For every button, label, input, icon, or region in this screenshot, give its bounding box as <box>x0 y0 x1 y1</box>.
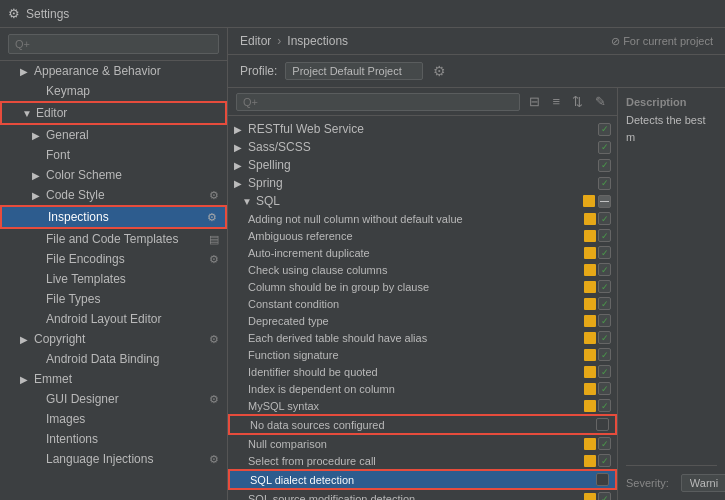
sidebar-item-codestyle[interactable]: ▶ Code Style ⚙ <box>0 185 227 205</box>
item-checkbox[interactable]: ✓ <box>598 437 611 450</box>
sidebar-item-fileandcode[interactable]: File and Code Templates ▤ <box>0 229 227 249</box>
item-checkbox[interactable]: ✓ <box>598 212 611 225</box>
item-checkbox[interactable]: ✓ <box>598 297 611 310</box>
group-checkbox[interactable]: ✓ <box>598 177 611 190</box>
group-arrow-icon: ▶ <box>234 142 248 153</box>
sidebar-item-filetypes[interactable]: File Types <box>0 289 227 309</box>
color-indicator <box>584 400 596 412</box>
insp-row-autoincrement[interactable]: Auto-increment duplicate ✓ <box>228 244 617 261</box>
group-sql[interactable]: ▼ SQL — <box>228 192 617 210</box>
item-checkbox[interactable]: ✓ <box>598 263 611 276</box>
sidebar-item-label: File Types <box>46 292 100 306</box>
item-label: Null comparison <box>248 438 327 450</box>
expand-button[interactable]: ⇅ <box>569 92 586 111</box>
insp-row-eachderived[interactable]: Each derived table should have alias ✓ <box>228 329 617 346</box>
item-checkbox[interactable]: ✓ <box>598 280 611 293</box>
insp-row-mysql[interactable]: MySQL syntax ✓ <box>228 397 617 414</box>
sidebar-item-guidesigner[interactable]: GUI Designer ⚙ <box>0 389 227 409</box>
sidebar-item-label: General <box>46 128 89 142</box>
sidebar-item-label: Intentions <box>46 432 98 446</box>
sidebar-item-androidlayout[interactable]: Android Layout Editor <box>0 309 227 329</box>
item-checkbox[interactable]: ✓ <box>598 348 611 361</box>
group-label: Spelling <box>248 158 291 172</box>
insp-row-ambiguous[interactable]: Ambiguous reference ✓ <box>228 227 617 244</box>
edit-button[interactable]: ✎ <box>592 92 609 111</box>
group-checkbox[interactable]: ✓ <box>598 123 611 136</box>
group-checkbox[interactable]: ✓ <box>598 159 611 172</box>
sidebar-item-copyright[interactable]: ▶ Copyright ⚙ <box>0 329 227 349</box>
item-label: No data sources configured <box>250 419 385 431</box>
color-indicator <box>584 332 596 344</box>
item-label: Check using clause columns <box>248 264 387 276</box>
content-area: ⊟ ≡ ⇅ ✎ ▶ RESTful Web Service ✓ <box>228 88 725 500</box>
sidebar-item-androiddatabinding[interactable]: Android Data Binding <box>0 349 227 369</box>
filter-button[interactable]: ⊟ <box>526 92 543 111</box>
insp-row-nodatasources[interactable]: No data sources configured <box>228 414 617 435</box>
sidebar-item-languageinjections[interactable]: Language Injections ⚙ <box>0 449 227 469</box>
severity-select[interactable]: Warni Error Info <box>681 474 725 492</box>
group-label: Sass/SCSS <box>248 140 311 154</box>
insp-row-indexdependent[interactable]: Index is dependent on column ✓ <box>228 380 617 397</box>
left-search-input[interactable] <box>8 34 219 54</box>
insp-row-deprecated[interactable]: Deprecated type ✓ <box>228 312 617 329</box>
item-label: MySQL syntax <box>248 400 319 412</box>
insp-row-adding-not-null[interactable]: Adding not null column without default v… <box>228 210 617 227</box>
insp-row-sqldialect[interactable]: SQL dialect detection <box>228 469 617 490</box>
sidebar-item-keymap[interactable]: Keymap <box>0 81 227 101</box>
item-checkbox[interactable]: ✓ <box>598 492 611 500</box>
sidebar-item-livetemplates[interactable]: Live Templates <box>0 269 227 289</box>
sidebar-item-label: Font <box>46 148 70 162</box>
insp-row-sqlsourcemod[interactable]: SQL source modification detection ✓ <box>228 490 617 500</box>
group-sassscss[interactable]: ▶ Sass/SCSS ✓ <box>228 138 617 156</box>
group-spelling[interactable]: ▶ Spelling ✓ <box>228 156 617 174</box>
insp-row-functionsig[interactable]: Function signature ✓ <box>228 346 617 363</box>
item-label: Auto-increment duplicate <box>248 247 370 259</box>
sidebar-item-font[interactable]: Font <box>0 145 227 165</box>
sidebar-item-intentions[interactable]: Intentions <box>0 429 227 449</box>
item-label: Adding not null column without default v… <box>248 213 463 225</box>
group-check: ✓ <box>598 141 611 154</box>
sort-button[interactable]: ≡ <box>549 92 563 111</box>
group-label: Spring <box>248 176 283 190</box>
item-label: Column should be in group by clause <box>248 281 429 293</box>
item-checkbox[interactable]: ✓ <box>598 246 611 259</box>
color-indicator <box>584 315 596 327</box>
sidebar-item-emmet[interactable]: ▶ Emmet <box>0 369 227 389</box>
sidebar-item-images[interactable]: Images <box>0 409 227 429</box>
sidebar-item-colorscheme[interactable]: ▶ Color Scheme <box>0 165 227 185</box>
profile-gear-button[interactable]: ⚙ <box>431 61 448 81</box>
sql-checkbox[interactable]: — <box>598 195 611 208</box>
sidebar-item-appearance[interactable]: ▶ Appearance & Behavior <box>0 61 227 81</box>
profile-select[interactable]: Project Default Project <box>285 62 423 80</box>
sidebar-item-fileencodings[interactable]: File Encodings ⚙ <box>0 249 227 269</box>
item-checkbox[interactable] <box>596 473 609 486</box>
group-arrow-icon: ▶ <box>234 160 248 171</box>
insp-row-nullcomparison[interactable]: Null comparison ✓ <box>228 435 617 452</box>
severity-row: Severity: Warni Error Info <box>626 465 717 492</box>
item-checkbox[interactable]: ✓ <box>598 382 611 395</box>
insp-row-selectfromprocedure[interactable]: Select from procedure call ✓ <box>228 452 617 469</box>
insp-row-constantcondition[interactable]: Constant condition ✓ <box>228 295 617 312</box>
item-checkbox[interactable]: ✓ <box>598 454 611 467</box>
group-spring[interactable]: ▶ Spring ✓ <box>228 174 617 192</box>
insp-row-identifier[interactable]: Identifier should be quoted ✓ <box>228 363 617 380</box>
sidebar-item-editor[interactable]: ▼ Editor <box>0 101 227 125</box>
insp-row-columngroupby[interactable]: Column should be in group by clause ✓ <box>228 278 617 295</box>
arrow-icon: ▶ <box>32 190 46 201</box>
item-checkbox[interactable] <box>596 418 609 431</box>
main-container: ▶ Appearance & Behavior Keymap ▼ Editor … <box>0 28 725 500</box>
item-label: Each derived table should have alias <box>248 332 427 344</box>
insp-row-checkusing[interactable]: Check using clause columns ✓ <box>228 261 617 278</box>
item-checkbox[interactable]: ✓ <box>598 229 611 242</box>
group-checkbox[interactable]: ✓ <box>598 141 611 154</box>
sidebar-item-inspections[interactable]: Inspections ⚙ <box>0 205 227 229</box>
item-checkbox[interactable]: ✓ <box>598 331 611 344</box>
severity-label: Severity: <box>626 477 669 489</box>
item-checkbox[interactable]: ✓ <box>598 365 611 378</box>
inspection-search-input[interactable] <box>236 93 520 111</box>
arrow-icon: ▶ <box>20 374 34 385</box>
item-checkbox[interactable]: ✓ <box>598 399 611 412</box>
group-restful[interactable]: ▶ RESTful Web Service ✓ <box>228 120 617 138</box>
sidebar-item-general[interactable]: ▶ General <box>0 125 227 145</box>
item-checkbox[interactable]: ✓ <box>598 314 611 327</box>
